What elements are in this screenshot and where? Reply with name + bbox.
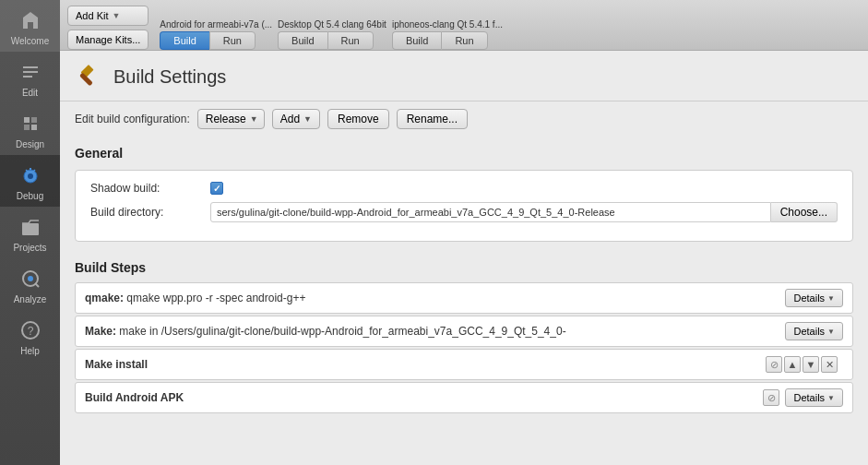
svg-rect-0 <box>23 66 38 68</box>
sidebar: Welcome Edit Design <box>0 0 60 465</box>
add-kit-button[interactable]: Add Kit ▼ <box>67 6 149 26</box>
tab-android-run[interactable]: Run <box>209 31 256 50</box>
svg-point-14 <box>28 276 33 281</box>
make-install-remove-icon[interactable]: ✕ <box>821 356 838 373</box>
build-dir-label: Build directory: <box>90 206 210 219</box>
build-dir-row: Build directory: Choose... <box>90 202 838 222</box>
sidebar-item-projects[interactable]: Projects <box>0 207 60 258</box>
build-settings-title: Build Settings <box>113 66 226 88</box>
qmake-details-arrow-icon: ▼ <box>827 294 835 303</box>
remove-config-button[interactable]: Remove <box>327 109 389 129</box>
topbar: Add Kit ▼ Manage Kits... Android for arm… <box>60 0 868 51</box>
build-apk-details-button[interactable]: Details ▼ <box>785 388 843 407</box>
make-install-disable-icon[interactable]: ⊘ <box>766 356 782 373</box>
sidebar-item-edit[interactable]: Edit <box>0 52 60 103</box>
tab-group-desktop-title: Desktop Qt 5.4 clang 64bit <box>278 19 386 30</box>
build-steps-section: Build Steps qmake: qmake wpp.pro -r -spe… <box>60 251 868 423</box>
tab-ios-run[interactable]: Run <box>441 31 487 50</box>
sidebar-item-analyze[interactable]: Analyze <box>0 258 60 310</box>
choose-button[interactable]: Choose... <box>771 202 838 222</box>
edit-icon <box>18 59 43 85</box>
add-kit-label: Add Kit <box>76 10 108 21</box>
qmake-details-button[interactable]: Details ▼ <box>785 289 843 307</box>
build-apk-bold: Build Android APK <box>85 391 184 404</box>
config-chevron-icon: ▼ <box>250 114 258 124</box>
sidebar-item-help[interactable]: ? Help <box>0 310 60 362</box>
build-steps-header: Build Steps <box>60 251 868 280</box>
make-details-button[interactable]: Details ▼ <box>785 322 843 340</box>
content-area: Build Settings Edit build configuration:… <box>60 51 868 465</box>
make-install-icons: ⊘ ▲ ▼ ✕ <box>766 356 838 373</box>
qmake-step-text: qmake: qmake wpp.pro -r -spec android-g+… <box>85 292 785 304</box>
rename-config-button[interactable]: Rename... <box>397 109 468 129</box>
svg-rect-1 <box>23 71 38 73</box>
manage-kits-label: Manage Kits... <box>76 34 140 45</box>
checkmark-icon: ✓ <box>213 184 220 194</box>
sidebar-item-design[interactable]: Design <box>0 103 60 155</box>
tab-group-android: Android for armeabi-v7a (... Build Run <box>160 19 272 50</box>
step-row-make-install: Make install ⊘ ▲ ▼ ✕ <box>75 349 853 380</box>
svg-rect-2 <box>23 76 32 78</box>
shadow-build-row: Shadow build: ✓ <box>90 182 838 195</box>
analyze-icon <box>18 266 43 292</box>
sidebar-welcome-label: Welcome <box>11 36 50 46</box>
general-section-header: General <box>60 137 868 166</box>
help-icon: ? <box>18 317 43 343</box>
tab-desktop-build[interactable]: Build <box>278 31 327 50</box>
sidebar-projects-label: Projects <box>13 243 46 253</box>
tab-group-ios-title: iphoneos-clang Qt 5.4.1 f... <box>392 19 503 30</box>
svg-point-8 <box>28 173 33 179</box>
tab-group-android-title: Android for armeabi-v7a (... <box>160 19 272 30</box>
sidebar-item-welcome[interactable]: Welcome <box>0 0 60 52</box>
make-step-text: Make: make in /Users/gulina/git-clone/bu… <box>85 325 785 338</box>
config-value: Release <box>206 113 246 125</box>
shadow-build-label: Shadow build: <box>90 182 210 195</box>
make-install-bold: Make install <box>85 358 148 371</box>
config-label: Edit build configuration: <box>75 113 190 125</box>
make-details-arrow-icon: ▼ <box>827 328 835 336</box>
make-install-up-icon[interactable]: ▲ <box>784 356 801 373</box>
build-apk-step-text: Build Android APK <box>85 391 763 404</box>
config-bar: Edit build configuration: Release ▼ Add … <box>60 101 868 137</box>
svg-rect-4 <box>31 117 37 123</box>
svg-rect-3 <box>24 117 30 123</box>
sidebar-edit-label: Edit <box>22 88 38 98</box>
make-bold: Make: <box>85 325 116 338</box>
make-install-down-icon[interactable]: ▼ <box>803 356 819 373</box>
add-config-label: Add <box>280 113 300 125</box>
make-install-step-text: Make install <box>85 358 766 371</box>
hammer-icon <box>75 62 104 91</box>
sidebar-help-label: Help <box>20 346 40 356</box>
sidebar-analyze-label: Analyze <box>14 294 47 304</box>
build-apk-icons: ⊘ <box>763 389 779 406</box>
build-settings-header: Build Settings <box>60 51 868 101</box>
main-area: Add Kit ▼ Manage Kits... Android for arm… <box>60 0 868 465</box>
build-apk-details-arrow-icon: ▼ <box>827 394 835 402</box>
kit-controls: Add Kit ▼ Manage Kits... <box>67 6 149 50</box>
add-config-button[interactable]: Add ▼ <box>272 109 320 129</box>
step-row-make: Make: make in /Users/gulina/git-clone/bu… <box>75 316 853 347</box>
qmake-details-label: Details <box>793 292 825 304</box>
manage-kits-button[interactable]: Manage Kits... <box>67 30 149 50</box>
svg-rect-12 <box>22 223 39 235</box>
add-kit-arrow-icon: ▼ <box>112 11 120 20</box>
make-details-label: Details <box>793 326 825 337</box>
svg-line-15 <box>35 283 39 287</box>
tab-group-desktop-buttons: Build Run <box>278 31 386 50</box>
shadow-build-checkbox[interactable]: ✓ <box>210 182 223 195</box>
sidebar-item-debug[interactable]: Debug <box>0 155 60 207</box>
projects-icon <box>18 214 43 240</box>
build-dir-input[interactable] <box>210 202 771 222</box>
tab-group-android-buttons: Build Run <box>160 31 272 50</box>
debug-icon <box>18 162 43 188</box>
tab-desktop-run[interactable]: Run <box>327 31 374 50</box>
build-apk-disable-icon[interactable]: ⊘ <box>763 389 779 406</box>
config-select[interactable]: Release ▼ <box>197 109 265 129</box>
welcome-icon <box>18 7 43 33</box>
tab-group-ios-buttons: Build Run <box>392 31 503 50</box>
svg-rect-5 <box>24 125 30 130</box>
design-icon <box>18 111 43 137</box>
tab-android-build[interactable]: Build <box>160 31 208 50</box>
tab-ios-build[interactable]: Build <box>392 31 441 50</box>
add-chevron-icon: ▼ <box>303 114 312 124</box>
